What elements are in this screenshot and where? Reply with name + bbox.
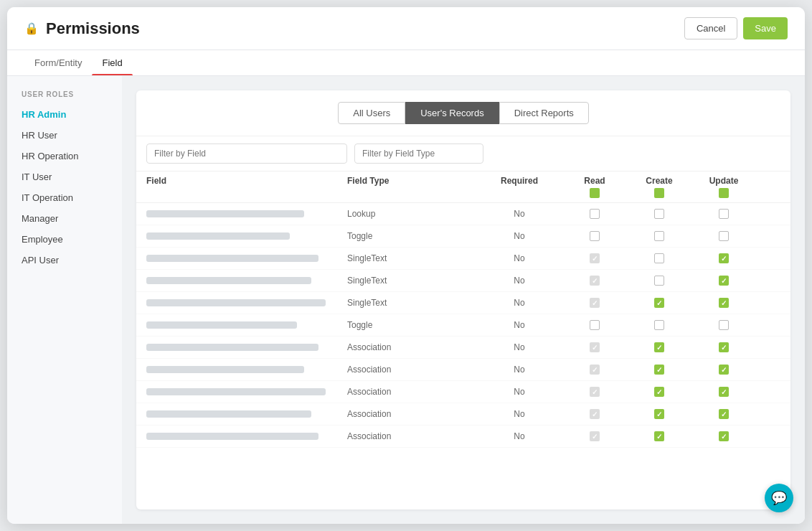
table-row: ToggleNo	[136, 225, 790, 248]
checkbox-checked[interactable]	[719, 409, 729, 419]
create-header-checkbox[interactable]	[654, 188, 664, 198]
field-cell	[146, 299, 347, 306]
update-cell	[691, 276, 756, 286]
field-cell	[146, 277, 347, 284]
table-row: AssociationNo	[136, 381, 790, 403]
create-cell	[627, 365, 691, 375]
required-cell: No	[476, 342, 562, 352]
read-header-checkbox[interactable]	[590, 188, 600, 198]
chat-button[interactable]: 💬	[765, 484, 793, 512]
create-cell	[627, 342, 691, 352]
table-header: Field Field Type Required Read	[136, 171, 790, 203]
create-cell	[627, 320, 691, 330]
table-row: SingleTextNo	[136, 248, 790, 270]
sidebar-item-hr-admin[interactable]: HR Admin	[7, 104, 122, 125]
checkbox-empty[interactable]	[654, 276, 664, 286]
create-cell	[627, 298, 691, 308]
required-cell: No	[476, 409, 562, 419]
checkbox-checked[interactable]	[654, 409, 664, 419]
checkbox-empty[interactable]	[719, 320, 729, 330]
field-cell	[146, 344, 347, 351]
checkbox-empty[interactable]	[719, 231, 729, 241]
tab-field[interactable]: Field	[92, 50, 132, 75]
checkbox-empty[interactable]	[590, 231, 600, 241]
checkbox-checked[interactable]	[719, 276, 729, 286]
field-type-cell: Toggle	[347, 320, 476, 330]
update-cell	[691, 298, 756, 308]
toggle-direct-reports[interactable]: Direct Reports	[499, 102, 589, 124]
checkbox-checked[interactable]	[654, 298, 664, 308]
update-cell	[691, 342, 756, 352]
create-cell	[627, 431, 691, 441]
read-cell	[562, 253, 627, 263]
panel-inner: All Users User's Records Direct Reports …	[136, 90, 790, 509]
update-cell	[691, 365, 756, 375]
toggle-users-records[interactable]: User's Records	[405, 102, 499, 124]
checkbox-gray[interactable]	[590, 342, 600, 352]
update-cell	[691, 320, 756, 330]
sidebar-item-manager[interactable]: Manager	[7, 208, 122, 229]
field-type-cell: Association	[347, 342, 476, 352]
col-field: Field	[146, 176, 347, 198]
checkbox-checked[interactable]	[719, 431, 729, 441]
create-cell	[627, 253, 691, 263]
checkbox-gray[interactable]	[590, 298, 600, 308]
checkbox-checked[interactable]	[719, 387, 729, 397]
checkbox-empty[interactable]	[719, 209, 729, 219]
checkbox-gray[interactable]	[590, 253, 600, 263]
checkbox-gray[interactable]	[590, 409, 600, 419]
checkbox-gray[interactable]	[590, 276, 600, 286]
update-header-checkbox[interactable]	[719, 188, 729, 198]
checkbox-empty[interactable]	[654, 231, 664, 241]
checkbox-checked[interactable]	[719, 365, 729, 375]
checkbox-empty[interactable]	[590, 320, 600, 330]
field-cell	[146, 366, 347, 373]
checkbox-empty[interactable]	[654, 209, 664, 219]
checkbox-checked[interactable]	[654, 342, 664, 352]
table-row: SingleTextNo	[136, 270, 790, 292]
sidebar-item-api-user[interactable]: API User	[7, 250, 122, 271]
table-row: AssociationNo	[136, 426, 790, 448]
lock-icon: 🔒	[24, 22, 39, 35]
update-cell	[691, 431, 756, 441]
checkbox-checked[interactable]	[654, 365, 664, 375]
filter-field-input[interactable]	[146, 144, 347, 164]
table-row: AssociationNo	[136, 359, 790, 381]
checkbox-gray[interactable]	[590, 387, 600, 397]
col-update: Update	[691, 176, 756, 198]
sidebar-item-employee[interactable]: Employee	[7, 229, 122, 250]
checkbox-gray[interactable]	[590, 365, 600, 375]
table-row: AssociationNo	[136, 403, 790, 426]
table-area[interactable]: Field Field Type Required Read	[136, 136, 790, 509]
update-cell	[691, 253, 756, 263]
field-cell	[146, 232, 347, 240]
header: 🔒 Permissions Cancel Save	[7, 7, 805, 50]
table-row: AssociationNo	[136, 337, 790, 359]
table-row: SingleTextNo	[136, 292, 790, 314]
header-left: 🔒 Permissions	[24, 19, 140, 38]
sidebar-item-it-user[interactable]: IT User	[7, 166, 122, 187]
checkbox-checked[interactable]	[654, 431, 664, 441]
field-type-cell: Lookup	[347, 209, 476, 219]
sidebar-item-hr-operation[interactable]: HR Operation	[7, 146, 122, 166]
field-type-cell: Association	[347, 431, 476, 441]
checkbox-checked[interactable]	[719, 298, 729, 308]
update-cell	[691, 409, 756, 419]
cancel-button[interactable]: Cancel	[684, 17, 737, 39]
checkbox-gray[interactable]	[590, 431, 600, 441]
sidebar-item-hr-user[interactable]: HR User	[7, 125, 122, 146]
toggle-all-users[interactable]: All Users	[338, 102, 405, 124]
checkbox-empty[interactable]	[590, 209, 600, 219]
required-cell: No	[476, 365, 562, 375]
sidebar-item-it-operation[interactable]: IT Operation	[7, 187, 122, 208]
checkbox-empty[interactable]	[654, 253, 664, 263]
checkbox-checked[interactable]	[654, 387, 664, 397]
header-buttons: Cancel Save	[684, 17, 788, 39]
checkbox-checked[interactable]	[719, 342, 729, 352]
checkbox-empty[interactable]	[654, 320, 664, 330]
save-button[interactable]: Save	[743, 17, 788, 39]
tab-form-entity[interactable]: Form/Entity	[24, 50, 92, 75]
field-type-cell: SingleText	[347, 276, 476, 286]
filter-field-type-input[interactable]	[354, 144, 483, 164]
checkbox-checked[interactable]	[719, 253, 729, 263]
